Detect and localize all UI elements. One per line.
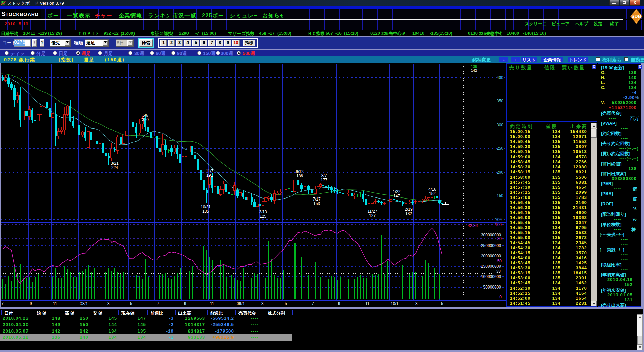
svg-text:100: 100	[495, 217, 502, 222]
svg-text:5: 5	[441, 301, 443, 306]
svg-text:7: 7	[1, 301, 4, 306]
svg-text:6/6: 6/6	[143, 113, 148, 118]
svg-text:200000000: 200000000	[481, 254, 501, 258]
svg-text:127: 127	[369, 213, 376, 218]
svg-text:3: 3	[107, 301, 110, 306]
svg-text:7/17: 7/17	[313, 197, 321, 202]
svg-text:200: 200	[497, 170, 503, 175]
svg-text:3/21: 3/21	[111, 161, 119, 166]
svg-text:6/12: 6/12	[296, 169, 304, 174]
svg-text:100000000: 100000000	[481, 274, 501, 279]
svg-text:250000000: 250000000	[481, 243, 501, 248]
svg-text:224: 224	[111, 165, 118, 170]
svg-text:11: 11	[210, 301, 214, 306]
svg-text:80: 80	[497, 236, 502, 241]
svg-text:9: 9	[184, 301, 186, 306]
svg-text:150000000: 150000000	[481, 264, 501, 269]
svg-text:0: 0	[499, 295, 502, 299]
svg-text:4/16: 4/16	[428, 187, 436, 192]
svg-text:2/19: 2/19	[405, 207, 413, 212]
svg-text:142_: 142_	[471, 68, 479, 72]
svg-text:177: 177	[321, 178, 327, 182]
svg-text:350: 350	[497, 99, 503, 103]
svg-text:08/1: 08/1	[80, 301, 88, 306]
svg-text:8/7: 8/7	[321, 173, 327, 178]
svg-text:100: 100	[495, 222, 502, 227]
svg-text:150: 150	[497, 193, 503, 198]
svg-text:50000000: 50000000	[483, 285, 501, 290]
svg-text:191: 191	[206, 173, 213, 178]
svg-text:125: 125	[260, 214, 266, 219]
svg-text:11: 11	[365, 301, 370, 306]
svg-text:153: 153	[313, 201, 320, 206]
svg-text:132: 132	[405, 211, 412, 216]
svg-text:7: 7	[312, 301, 314, 306]
svg-text:09/1: 09/1	[237, 301, 245, 306]
svg-text:320: 320	[142, 117, 149, 122]
svg-text:50: 50	[497, 259, 502, 263]
svg-text:400: 400	[497, 75, 503, 80]
svg-text:SDB: SDB	[631, 14, 641, 19]
svg-text:33: 33	[496, 269, 501, 274]
svg-text:3: 3	[261, 301, 264, 306]
svg-text:11: 11	[53, 301, 57, 306]
svg-text:11/27: 11/27	[367, 209, 377, 214]
svg-text:147: 147	[393, 194, 400, 199]
svg-text:9: 9	[338, 301, 340, 306]
svg-text:3/13: 3/13	[259, 210, 267, 214]
svg-text:9: 9	[30, 301, 32, 306]
svg-text:300: 300	[497, 123, 503, 127]
svg-text:10/31: 10/31	[201, 205, 211, 209]
svg-text:135: 135	[202, 209, 209, 214]
svg-text:11/7: 11/7	[206, 169, 214, 173]
svg-text:1/22: 1/22	[393, 189, 401, 194]
svg-text:3: 3	[415, 301, 418, 306]
svg-text:186: 186	[296, 174, 303, 178]
svg-text:10/1: 10/1	[391, 301, 399, 306]
svg-text:152: 152	[429, 191, 436, 196]
svg-text:5: 5	[285, 301, 287, 306]
svg-text:7: 7	[157, 301, 159, 306]
svg-text:250: 250	[497, 146, 503, 151]
svg-text:42.86_: 42.86_	[468, 223, 480, 228]
svg-text:5: 5	[130, 301, 132, 306]
